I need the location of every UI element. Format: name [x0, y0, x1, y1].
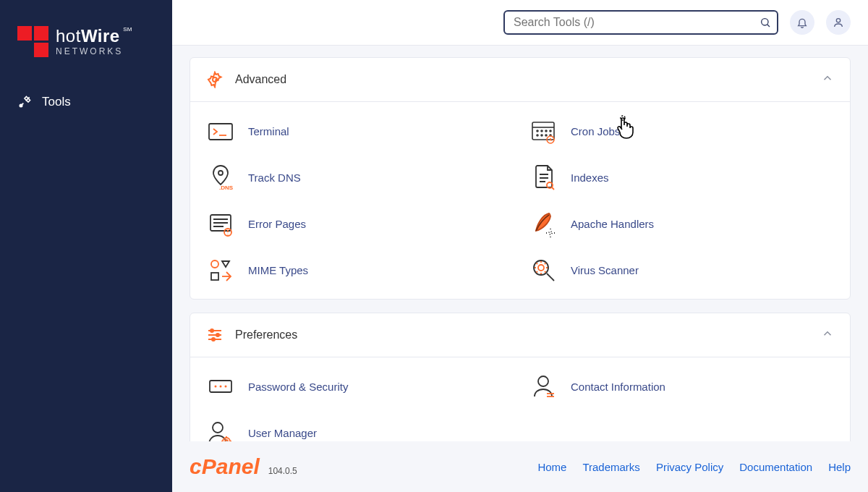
- panel-header-preferences[interactable]: Preferences: [190, 313, 850, 357]
- tool-label: Track DNS: [248, 171, 301, 184]
- tool-label: Password & Security: [248, 381, 348, 393]
- sidebar-item-label: Tools: [42, 95, 71, 109]
- footer-link-documentation[interactable]: Documentation: [739, 461, 812, 473]
- search-input[interactable]: [511, 14, 760, 30]
- search-icon: [760, 17, 771, 28]
- brand-sm: SM: [123, 26, 132, 33]
- tool-label: User Manager: [248, 427, 317, 439]
- brand-mark: [17, 26, 48, 57]
- sidebar: hotWire SM NETWORKS Tools: [0, 0, 172, 492]
- account-button[interactable]: [826, 10, 851, 35]
- tool-label: MIME Types: [248, 264, 308, 276]
- svg-point-32: [225, 386, 227, 388]
- tool-label: Contact Information: [571, 381, 665, 393]
- svg-point-9: [550, 130, 551, 132]
- svg-point-28: [212, 338, 215, 341]
- footer-link-privacy[interactable]: Privacy Policy: [656, 461, 723, 473]
- panel-header-advanced[interactable]: Advanced: [190, 58, 850, 102]
- topbar: [172, 0, 868, 46]
- footer-link-help[interactable]: Help: [828, 461, 851, 473]
- search[interactable]: [503, 10, 778, 35]
- tool-label: Indexes: [571, 171, 609, 184]
- tool-label: Apache Handlers: [571, 218, 654, 230]
- tool-label: Error Pages: [248, 218, 306, 230]
- tool-label: Virus Scanner: [571, 264, 639, 276]
- svg-point-27: [216, 334, 219, 336]
- tools-icon: [17, 95, 32, 109]
- tool-cron-jobs[interactable]: Cron Jobs: [529, 111, 834, 151]
- document-search-icon: [529, 163, 558, 192]
- tool-user-manager[interactable]: User Manager: [206, 412, 511, 441]
- notifications-button[interactable]: [790, 10, 814, 35]
- svg-point-12: [545, 135, 547, 136]
- chevron-up-icon: [821, 327, 834, 343]
- svg-point-33: [538, 376, 548, 386]
- svg-point-7: [541, 130, 542, 132]
- tool-track-dns[interactable]: .DNS Track DNS: [206, 157, 511, 198]
- brand-subtitle: NETWORKS: [56, 46, 123, 56]
- sliders-icon: [206, 326, 224, 344]
- svg-point-1: [762, 19, 768, 25]
- mime-shapes-icon: [206, 255, 235, 284]
- tool-error-pages[interactable]: Error Pages: [206, 203, 511, 244]
- svg-point-8: [545, 130, 547, 132]
- contact-icon: [529, 372, 558, 401]
- svg-point-22: [211, 260, 218, 268]
- footer: cPanel 104.0.5 Home Trademarks Privacy P…: [172, 441, 868, 492]
- tool-apache-handlers[interactable]: Apache Handlers: [529, 203, 834, 244]
- tool-terminal[interactable]: Terminal: [206, 111, 511, 151]
- password-icon: [206, 372, 235, 401]
- panel-title: Advanced: [235, 73, 286, 86]
- calendar-clock-icon: [529, 116, 558, 145]
- panel-advanced: Advanced Terminal: [190, 57, 851, 300]
- tool-indexes[interactable]: Indexes: [529, 157, 834, 198]
- svg-point-15: [621, 116, 625, 120]
- version-text: 104.0.5: [268, 466, 297, 476]
- footer-link-trademarks[interactable]: Trademarks: [582, 461, 639, 473]
- svg-point-34: [213, 423, 223, 433]
- svg-point-11: [541, 135, 542, 136]
- svg-point-10: [537, 135, 538, 136]
- svg-point-21: [549, 232, 552, 234]
- tool-password-security[interactable]: Password & Security: [206, 366, 511, 407]
- panel-preferences: Preferences Password & Security: [190, 313, 851, 441]
- feather-icon: [529, 209, 558, 238]
- brand-logo: hotWire SM NETWORKS: [0, 0, 172, 83]
- tool-mime-types[interactable]: MIME Types: [206, 250, 511, 290]
- svg-point-30: [215, 386, 217, 388]
- dns-pin-icon: .DNS: [206, 163, 235, 192]
- footer-link-home[interactable]: Home: [537, 461, 566, 473]
- cpanel-logo: cPanel 104.0.5: [190, 454, 297, 479]
- tool-virus-scanner[interactable]: Virus Scanner: [529, 250, 834, 290]
- sidebar-item-tools[interactable]: Tools: [0, 83, 172, 121]
- gear-icon: [206, 71, 224, 88]
- svg-rect-23: [211, 273, 218, 280]
- user-icon: [833, 17, 844, 28]
- svg-point-6: [537, 130, 538, 132]
- content-area: Advanced Terminal: [172, 46, 868, 441]
- svg-text:.DNS: .DNS: [219, 184, 234, 191]
- svg-point-25: [538, 265, 544, 271]
- terminal-icon: [206, 116, 235, 145]
- svg-point-2: [836, 19, 840, 22]
- brand-name: hotWire: [56, 27, 123, 45]
- svg-point-26: [210, 329, 213, 332]
- panel-title: Preferences: [235, 328, 297, 342]
- tool-label: Terminal: [248, 125, 289, 137]
- user-manager-icon: [206, 418, 235, 441]
- svg-point-16: [218, 171, 223, 175]
- error-page-icon: [206, 209, 235, 238]
- chevron-up-icon: [821, 72, 834, 88]
- bell-icon: [796, 17, 808, 28]
- tool-contact-information[interactable]: Contact Information: [529, 366, 834, 407]
- svg-rect-4: [209, 124, 232, 140]
- svg-point-31: [220, 386, 222, 388]
- virus-scanner-icon: [529, 255, 558, 284]
- tool-label: Cron Jobs: [571, 125, 620, 137]
